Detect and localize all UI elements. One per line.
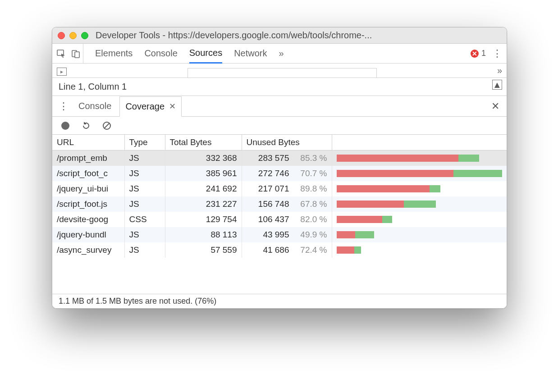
window-title: Developer Tools - https://developers.goo… [93,30,501,41]
cell-url: /jquery_ui-bui [52,181,124,196]
close-tab-icon[interactable]: ✕ [169,101,176,111]
svg-rect-2 [75,52,79,58]
close-window-button[interactable] [58,32,65,39]
coverage-table: URL Type Total Bytes Unused Bytes /promp… [52,135,507,294]
error-count: 1 [481,49,486,58]
cell-type: JS [124,181,165,196]
table-row[interactable]: /async_surveyJS57 55941 68672.4 % [52,242,507,258]
col-url[interactable]: URL [52,135,124,150]
cell-url: /devsite-goog [52,212,124,227]
drawer-tab-coverage[interactable]: Coverage ✕ [119,96,182,117]
cell-usage-bar [332,196,507,212]
cell-usage-bar [332,181,507,196]
table-row[interactable]: /prompt_embJS332 368283 57585.3 % [52,150,507,166]
cell-total-bytes: 241 692 [165,181,242,196]
table-row[interactable]: /jquery-bundlJS88 11343 99549.9 % [52,227,507,242]
cell-total-bytes: 231 227 [165,196,242,212]
more-editor-tabs-icon[interactable]: » [497,65,502,76]
cell-total-bytes: 332 368 [165,150,242,166]
reload-button[interactable] [81,121,91,131]
cell-usage-bar [332,242,507,258]
cell-url: /prompt_emb [52,150,124,166]
editor-tab[interactable] [188,68,377,78]
error-count-badge[interactable]: ✕ 1 [471,49,486,58]
cell-unused-bytes: 283 57585.3 % [242,150,332,166]
col-visualization[interactable] [332,135,507,150]
cell-total-bytes: 57 559 [165,242,242,258]
tab-elements[interactable]: Elements [95,44,133,63]
cell-unused-bytes: 156 74867.8 % [242,196,332,212]
col-total-bytes[interactable]: Total Bytes [165,135,242,150]
cell-type: JS [124,242,165,258]
device-toolbar-icon[interactable] [71,49,80,58]
cell-usage-bar [332,227,507,242]
table-row[interactable]: /script_foot.jsJS231 227156 74867.8 % [52,196,507,212]
drawer-tab-console[interactable]: Console [78,96,111,116]
record-button[interactable] [60,121,70,131]
inspect-element-icon[interactable] [57,49,66,58]
devtools-window: Developer Tools - https://developers.goo… [52,27,507,309]
col-type[interactable]: Type [124,135,165,150]
more-tabs-icon[interactable]: » [279,48,284,59]
cell-url: /script_foot_c [52,166,124,181]
tab-sources[interactable]: Sources [189,44,222,64]
cell-unused-bytes: 272 74670.7 % [242,166,332,181]
minimize-window-button[interactable] [69,32,77,39]
drawer-tabs: ⋮ Console Coverage ✕ ✕ [52,96,507,117]
coverage-toolbar [52,117,507,135]
table-row[interactable]: /script_foot_cJS385 961272 74670.7 % [52,166,507,181]
cell-total-bytes: 88 113 [165,227,242,242]
cell-type: JS [124,227,165,242]
editor-statusbar: Line 1, Column 1 ▲ [52,78,507,96]
cell-type: JS [124,150,165,166]
cell-url: /async_survey [52,242,124,258]
drawer-tab-coverage-label: Coverage [125,101,165,112]
navigator-toggle-icon[interactable]: ▸ [57,68,67,76]
error-icon: ✕ [471,50,479,58]
cell-usage-bar [332,166,507,181]
table-row[interactable]: /jquery_ui-buiJS241 692217 07189.8 % [52,181,507,196]
window-controls [58,32,88,39]
editor-tab-strip: ▸ » [52,64,507,78]
tab-console[interactable]: Console [144,44,177,63]
main-menu-icon[interactable]: ⋮ [492,48,502,59]
cell-unused-bytes: 106 43782.0 % [242,212,332,227]
cell-type: JS [124,166,165,181]
cell-usage-bar [332,150,507,166]
table-row[interactable]: /devsite-googCSS129 754106 43782.0 % [52,212,507,227]
svg-line-4 [104,123,110,128]
coverage-summary: 1.1 MB of 1.5 MB bytes are not used. (76… [52,294,507,308]
tab-network[interactable]: Network [234,44,267,63]
drawer-menu-icon[interactable]: ⋮ [57,100,70,112]
main-tabs: Elements Console Sources Network » ✕ 1 ⋮ [52,44,507,64]
cell-url: /jquery-bundl [52,227,124,242]
coverage-summary-text: 1.1 MB of 1.5 MB bytes are not used. (76… [59,296,216,306]
table-header-row: URL Type Total Bytes Unused Bytes [52,135,507,150]
cursor-position: Line 1, Column 1 [59,82,127,92]
cell-type: JS [124,196,165,212]
cell-total-bytes: 385 961 [165,166,242,181]
record-icon [61,122,69,130]
zoom-window-button[interactable] [81,32,88,39]
cell-usage-bar [332,212,507,227]
cell-unused-bytes: 41 68672.4 % [242,242,332,258]
cell-total-bytes: 129 754 [165,212,242,227]
cell-unused-bytes: 43 99549.9 % [242,227,332,242]
col-unused-bytes[interactable]: Unused Bytes [242,135,332,150]
collapse-drawer-icon[interactable]: ▲ [492,80,502,90]
titlebar: Developer Tools - https://developers.goo… [52,27,507,44]
clear-button[interactable] [102,121,112,131]
cell-unused-bytes: 217 07189.8 % [242,181,332,196]
close-drawer-icon[interactable]: ✕ [491,100,502,112]
cell-url: /script_foot.js [52,196,124,212]
cell-type: CSS [124,212,165,227]
